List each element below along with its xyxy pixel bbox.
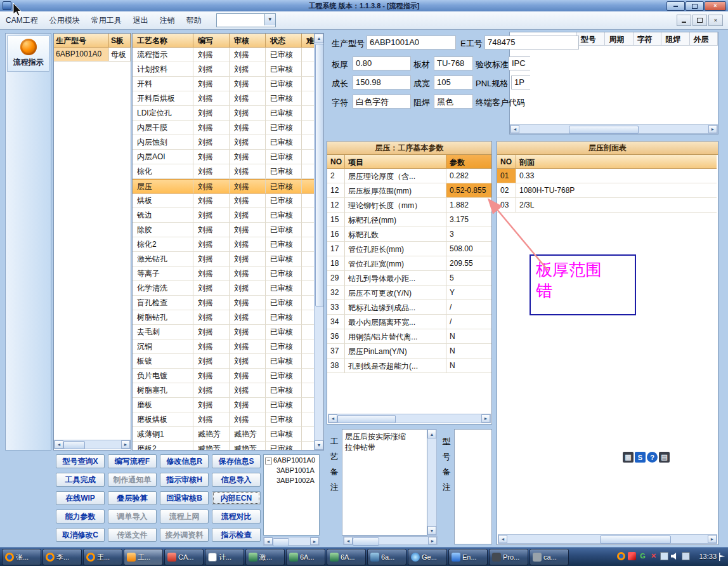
params-row[interactable]: 2层压理论厚度（含...0.282 bbox=[327, 169, 491, 183]
tree-node-child[interactable]: 3ABP1001A bbox=[265, 466, 319, 477]
params-hscrollbar[interactable]: ◄ ► bbox=[328, 414, 491, 423]
model-note-text[interactable] bbox=[454, 429, 492, 544]
process-row[interactable]: 去毛刺刘摇刘摇已审核 bbox=[133, 325, 315, 339]
scroll-thumb[interactable] bbox=[273, 538, 289, 546]
action-button[interactable]: 指示检查 bbox=[212, 528, 261, 542]
pnl-value[interactable]: 1P bbox=[511, 76, 530, 89]
scroll-right-icon[interactable]: ► bbox=[310, 537, 319, 545]
ime-keyboard-icon[interactable]: ▦ bbox=[623, 452, 634, 463]
scroll-left-icon[interactable]: ◄ bbox=[264, 537, 273, 545]
params-row[interactable]: 18管位孔距宽(mm)209.55 bbox=[327, 256, 491, 271]
scroll-thumb[interactable] bbox=[315, 44, 324, 306]
action-button[interactable]: 指示审核H bbox=[160, 473, 209, 487]
menu-item[interactable]: 公用模块 bbox=[44, 13, 86, 29]
length-value[interactable]: 150.98 bbox=[353, 76, 411, 89]
taskbar-item[interactable]: 6a... bbox=[367, 549, 406, 565]
standard-value[interactable]: IPC bbox=[509, 56, 530, 70]
process-row[interactable]: 开料刘摇刘摇已审核 bbox=[133, 77, 315, 91]
process-note-text[interactable]: 层压后按实际涨缩 拉伸钻带 bbox=[342, 429, 427, 536]
action-button[interactable]: 型号查询X bbox=[56, 454, 105, 468]
process-row[interactable]: 盲孔检查刘摇刘摇已审核 bbox=[133, 296, 315, 310]
keyboard-icon[interactable] bbox=[682, 552, 690, 560]
process-row[interactable]: 树脂钻孔刘摇刘摇已审核 bbox=[133, 310, 315, 325]
action-button[interactable]: 修改信息R bbox=[160, 454, 209, 468]
params-row[interactable]: 34最小内层隔离环宽.../ bbox=[327, 315, 491, 329]
scroll-left-icon[interactable]: ◄ bbox=[498, 535, 507, 543]
process-row[interactable]: 磨板烘板刘摇刘摇已审核 bbox=[133, 412, 315, 427]
process-row[interactable]: LDI定位孔刘摇刘摇已审核 bbox=[133, 106, 315, 121]
action-button[interactable]: 工具完成 bbox=[56, 473, 105, 487]
action-button[interactable]: 内部ECN bbox=[212, 491, 261, 505]
minimize-button[interactable] bbox=[666, 1, 685, 11]
sidebar-item-flow-instruction[interactable]: 流程指示 bbox=[7, 36, 49, 72]
e-number-value[interactable]: 748475 bbox=[484, 36, 579, 49]
menu-item[interactable]: 注销 bbox=[154, 13, 181, 29]
action-button[interactable]: 信息导入 bbox=[212, 473, 261, 487]
params-row[interactable]: 37层压PinLam(Y/N)N bbox=[327, 344, 491, 359]
params-row[interactable]: 33靶标孔边缘到成品.../ bbox=[327, 300, 491, 315]
tree-hscrollbar[interactable]: ◄ ► bbox=[263, 537, 320, 546]
params-row[interactable]: 38孔到线是否超能力(...N bbox=[327, 359, 491, 373]
taskbar-item[interactable]: 计... bbox=[205, 549, 244, 565]
action-button[interactable]: 在线WIP bbox=[56, 491, 105, 505]
process-row[interactable]: 负片电镀刘摇刘摇已审核 bbox=[133, 369, 315, 383]
action-center-flag-icon[interactable] bbox=[718, 553, 725, 561]
scroll-left-icon[interactable]: ◄ bbox=[344, 537, 353, 544]
section-row[interactable]: 010.33 bbox=[497, 169, 718, 183]
action-button[interactable]: 制作通知单 bbox=[108, 473, 157, 487]
board-hscrollbar[interactable]: ◄ ► bbox=[54, 440, 131, 449]
model-number-value[interactable]: 6ABP1001A0 bbox=[367, 36, 456, 49]
taskbar-item[interactable]: 李... bbox=[42, 549, 82, 565]
params-row[interactable]: 36用铜箔/铝片替代离...N bbox=[327, 329, 491, 344]
taskbar-item[interactable]: 张... bbox=[2, 549, 41, 565]
scroll-right-icon[interactable]: ► bbox=[428, 537, 437, 544]
pen-icon[interactable] bbox=[628, 552, 636, 560]
scroll-thumb[interactable] bbox=[600, 536, 671, 544]
scroll-down-icon[interactable]: ▼ bbox=[315, 440, 323, 450]
scroll-thumb[interactable] bbox=[337, 415, 396, 423]
scroll-right-icon[interactable]: ► bbox=[481, 414, 490, 423]
process-row[interactable]: 磨板刘摇刘摇已审核 bbox=[133, 398, 315, 412]
scroll-left-icon[interactable]: ◄ bbox=[55, 440, 63, 449]
process-row[interactable]: 磨板2臧艳芳臧艳芳已审核 bbox=[133, 442, 315, 450]
params-row[interactable]: 32层压不可更改(Y/N)Y bbox=[327, 286, 491, 300]
close-button[interactable]: × bbox=[705, 1, 726, 11]
collapse-icon[interactable]: − bbox=[265, 457, 272, 464]
scroll-right-icon[interactable]: ► bbox=[708, 125, 717, 133]
taskbar-item[interactable]: 工... bbox=[124, 549, 163, 565]
mdi-restore-button[interactable] bbox=[692, 15, 707, 26]
taskbar-item[interactable]: ca... bbox=[530, 549, 569, 565]
soldermask-value[interactable]: 黑色 bbox=[434, 95, 473, 109]
action-button[interactable]: 能力参数 bbox=[56, 510, 105, 523]
params-row[interactable]: 17管位孔距长(mm)508.00 bbox=[327, 242, 491, 256]
process-row[interactable]: 铣边刘摇刘摇已审核 bbox=[133, 208, 315, 223]
taskbar-item[interactable]: 6A... bbox=[327, 549, 366, 565]
firefox-icon[interactable] bbox=[617, 552, 625, 560]
scroll-down-icon[interactable]: ▼ bbox=[427, 526, 436, 535]
menu-item[interactable]: 常用工具 bbox=[86, 13, 127, 29]
scroll-up-icon[interactable]: ▲ bbox=[315, 34, 323, 43]
taskbar-item[interactable]: 6A... bbox=[286, 549, 325, 565]
process-row[interactable]: 除胶刘摇刘摇已审核 bbox=[133, 223, 315, 237]
process-row[interactable]: 内层AOI刘摇刘摇已审核 bbox=[133, 150, 315, 164]
scroll-right-icon[interactable]: ► bbox=[708, 535, 717, 543]
process-row[interactable]: 流程指示刘摇刘摇已审核 bbox=[133, 48, 315, 62]
taskbar-clock[interactable]: 13:33 bbox=[699, 553, 717, 560]
process-row[interactable]: 棕化刘摇刘摇已审核 bbox=[133, 164, 315, 179]
ime-tools-icon[interactable]: ▤ bbox=[659, 452, 670, 463]
menu-item[interactable]: 帮助 bbox=[181, 13, 207, 29]
scroll-thumb[interactable] bbox=[63, 441, 85, 449]
action-button[interactable]: 接外调资料 bbox=[160, 528, 209, 542]
ime-help-icon[interactable]: ? bbox=[647, 452, 658, 463]
maximize-button[interactable] bbox=[686, 1, 704, 11]
monitor-icon[interactable] bbox=[660, 552, 668, 560]
board-row[interactable]: 6ABP1001A0母板 bbox=[54, 48, 131, 62]
tree-node-child[interactable]: 3ABP1002A bbox=[265, 477, 319, 487]
g-icon[interactable] bbox=[639, 552, 647, 560]
taskbar-item[interactable]: Pro... bbox=[489, 549, 528, 565]
x-icon[interactable] bbox=[649, 552, 658, 560]
mdi-minimize-button[interactable] bbox=[677, 15, 691, 26]
process-row[interactable]: 板镀刘摇刘摇已审核 bbox=[133, 354, 315, 369]
taskbar-item[interactable]: 王... bbox=[83, 549, 122, 565]
action-button[interactable]: 传送文件 bbox=[108, 528, 157, 542]
